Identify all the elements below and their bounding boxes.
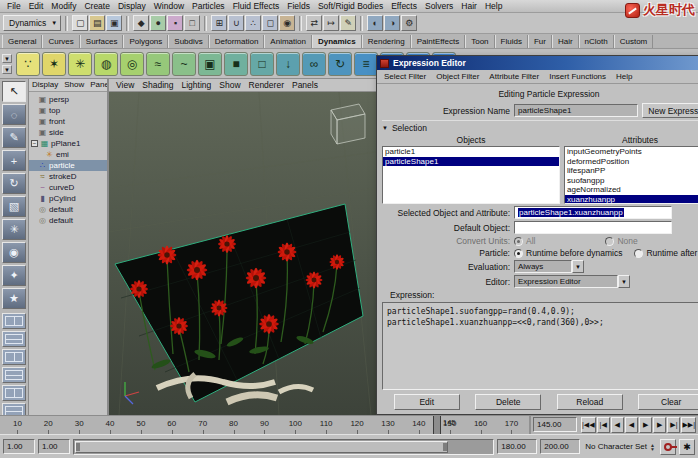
shelf-tab[interactable]: PaintEffects — [411, 35, 466, 48]
shelf-tab[interactable]: Curves — [42, 35, 79, 48]
menu-item[interactable]: Insert Functions — [544, 72, 611, 81]
menu-item[interactable]: Lighting — [178, 80, 214, 90]
menu-item[interactable]: Attribute Filter — [484, 72, 544, 81]
current-frame-marker[interactable] — [433, 416, 441, 434]
range-slider[interactable] — [73, 439, 494, 455]
expression-name-field[interactable]: particleShape1 — [514, 104, 638, 117]
paint-select-tool-icon[interactable]: ✎ — [2, 127, 26, 148]
attributes-list-item[interactable]: suofangpp — [565, 176, 698, 186]
shelf-tab[interactable]: nCloth — [579, 35, 614, 48]
active-rigid-body-icon[interactable]: ■ — [224, 52, 248, 76]
shelf-tab[interactable]: Fluids — [495, 35, 528, 48]
range-slider-handle[interactable] — [75, 441, 448, 453]
attributes-list-item[interactable]: lifespanPP — [565, 166, 698, 176]
render-current-frame-icon[interactable]: ◐ — [367, 15, 383, 31]
attributes-list[interactable]: inputGeometryPointsdeformedPositionlifes… — [564, 146, 698, 204]
character-set-menu[interactable]: No Character Set ▲▼ — [583, 442, 657, 451]
shelf-tab[interactable]: Custom — [614, 35, 654, 48]
show-manipulator-tool-icon[interactable]: ✦ — [2, 265, 26, 286]
chevron-down-icon[interactable]: ▼ — [618, 275, 630, 288]
section-collapse-icon[interactable]: ▼ — [382, 125, 388, 131]
render-settings-icon[interactable]: ⚙ — [401, 15, 417, 31]
menu-item[interactable]: Show — [64, 80, 84, 91]
turbulence-field-icon[interactable]: ∞ — [302, 52, 326, 76]
goal-icon[interactable]: ◎ — [120, 52, 144, 76]
move-tool-icon[interactable]: + — [2, 150, 26, 171]
animation-end-field[interactable]: 200.00 — [540, 439, 580, 454]
reload-button[interactable]: Reload — [557, 394, 623, 410]
shelf-tab[interactable]: Animation — [264, 35, 312, 48]
play-forward-button[interactable]: ▶ — [639, 417, 652, 433]
menu-item[interactable]: Help — [611, 72, 637, 81]
shelf-tab[interactable]: Hair — [552, 35, 579, 48]
expression-textarea[interactable]: particleShape1.suofangpp=rand(0.4,0.9);p… — [382, 302, 698, 390]
edit-button[interactable]: Edit — [394, 394, 460, 410]
vortex-field-icon[interactable]: ↻ — [328, 52, 352, 76]
playback-end-field[interactable]: 180.00 — [497, 439, 537, 454]
new-scene-icon[interactable]: ▢ — [72, 15, 88, 31]
menu-item[interactable]: Solvers — [421, 1, 457, 11]
input-connections-icon[interactable]: ⇄ — [306, 15, 322, 31]
outliner-item-pplane1[interactable]: − ▦ pPlane1 — [29, 138, 107, 149]
outliner-item-top[interactable]: ▣ top — [29, 105, 107, 116]
save-scene-icon[interactable]: ▣ — [106, 15, 122, 31]
animation-preferences-button[interactable]: ✱ — [679, 439, 695, 455]
selection-mask-icon[interactable]: □ — [184, 15, 200, 31]
shelf-tab[interactable]: Rendering — [362, 35, 411, 48]
rigid-body-icon[interactable]: ▣ — [198, 52, 222, 76]
objects-list-item[interactable]: particle1 — [383, 147, 559, 157]
outliner-item-front[interactable]: ▣ front — [29, 116, 107, 127]
menu-item[interactable]: Select Filter — [379, 72, 431, 81]
output-connections-icon[interactable]: ↦ — [323, 15, 339, 31]
step-forward-key-button[interactable]: ▶ — [653, 417, 666, 433]
runtime-before-dynamics-radio[interactable]: Runtime before dynamics — [514, 248, 622, 258]
create-emitter-icon[interactable]: ✶ — [42, 52, 66, 76]
outliner-item-default2[interactable]: ◎ default — [29, 215, 107, 226]
outliner-item-pcylind[interactable]: ▮ pCylind — [29, 193, 107, 204]
chevron-down-icon[interactable]: ▼ — [572, 260, 584, 273]
menu-item[interactable]: Hair — [457, 1, 481, 11]
new-expression-button[interactable]: New Expression — [642, 103, 698, 118]
shelf-tab[interactable]: Dynamics — [312, 35, 362, 48]
expression-editor-titlebar[interactable]: Expression Editor — [377, 56, 698, 70]
attributes-list-item[interactable]: ageNormalized — [565, 185, 698, 195]
menu-item[interactable]: Display — [32, 80, 58, 91]
soft-body-icon[interactable]: ≈ — [146, 52, 170, 76]
select-by-component-icon[interactable]: ▪ — [167, 15, 183, 31]
menu-item[interactable]: Window — [150, 1, 188, 11]
character-set-arrows-icon[interactable]: ▲▼ — [650, 443, 655, 451]
snap-to-grid-icon[interactable]: ⊞ — [211, 15, 227, 31]
particle-tool-icon[interactable]: ∵ — [16, 52, 40, 76]
animation-start-field[interactable]: 1.00 — [3, 439, 35, 454]
menu-item[interactable]: Object Filter — [431, 72, 484, 81]
universal-manipulator-icon[interactable]: ✳ — [2, 219, 26, 240]
scale-tool-icon[interactable]: ▧ — [2, 196, 26, 217]
step-back-frame-button[interactable]: |◀ — [597, 417, 610, 433]
layout-single-pane-button[interactable] — [2, 313, 26, 329]
outliner-item-stroked[interactable]: ≈ strokeD — [29, 171, 107, 182]
shelf-tab[interactable]: Subdivs — [168, 35, 208, 48]
make-live-icon[interactable]: ◉ — [279, 15, 295, 31]
outliner-item-side[interactable]: ▣ side — [29, 127, 107, 138]
snap-to-point-icon[interactable]: ∴ — [245, 15, 261, 31]
menu-item[interactable]: Particles — [188, 1, 229, 11]
springs-icon[interactable]: ~ — [172, 52, 196, 76]
open-scene-icon[interactable]: ▤ — [89, 15, 105, 31]
runtime-after-dynamics-radio[interactable]: Runtime after dynamics — [634, 248, 698, 258]
shelf-tab[interactable]: Fur — [528, 35, 552, 48]
selected-attribute-field[interactable]: particleShape1.xuanzhuanpp — [514, 206, 672, 219]
menu-set-dropdown[interactable]: Dynamics ▼ — [3, 15, 61, 31]
particle-collision-icon[interactable]: ◍ — [94, 52, 118, 76]
attributes-list-item[interactable]: deformedPosition — [565, 157, 698, 167]
menu-item[interactable]: Edit — [25, 1, 48, 11]
expander-icon[interactable]: − — [31, 140, 38, 147]
editor-dropdown[interactable]: Expression Editor ▼ — [514, 275, 630, 288]
select-tool-icon[interactable]: ↖ — [2, 81, 26, 102]
last-tool-icon[interactable]: ★ — [2, 288, 26, 309]
menu-item[interactable]: Soft/Rigid Bodies — [314, 1, 387, 11]
outliner-item-emi[interactable]: ✳ emi — [29, 149, 107, 160]
go-to-end-button[interactable]: ▶▶| — [681, 417, 696, 433]
menu-item[interactable]: Shading — [139, 80, 176, 90]
construction-history-icon[interactable]: ✎ — [340, 15, 356, 31]
menu-item[interactable]: Modify — [47, 1, 80, 11]
